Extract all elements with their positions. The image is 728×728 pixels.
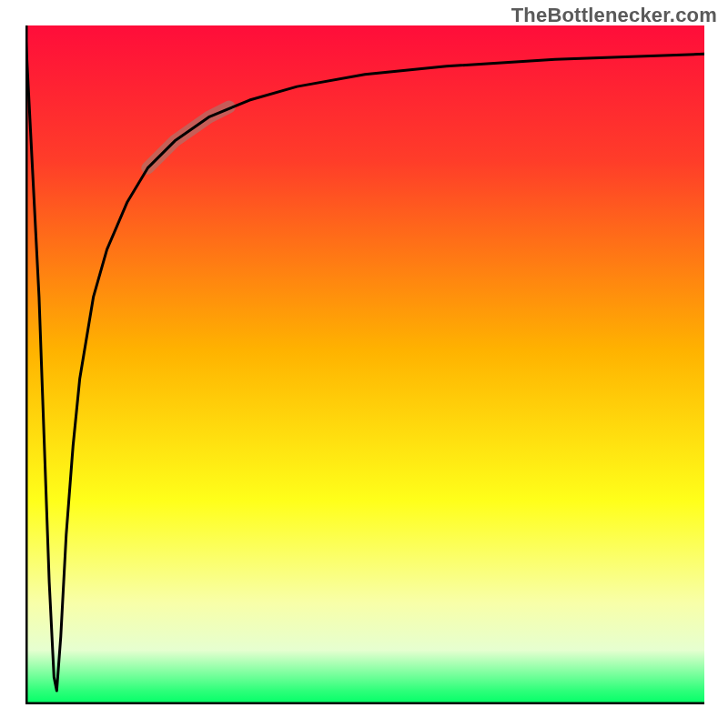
attribution-label: TheBottlenecker.com [511, 4, 717, 27]
chart-container: TheBottlenecker.com [0, 0, 728, 728]
plot-area [25, 25, 704, 704]
gradient-background [25, 25, 704, 704]
chart-svg [25, 25, 704, 704]
